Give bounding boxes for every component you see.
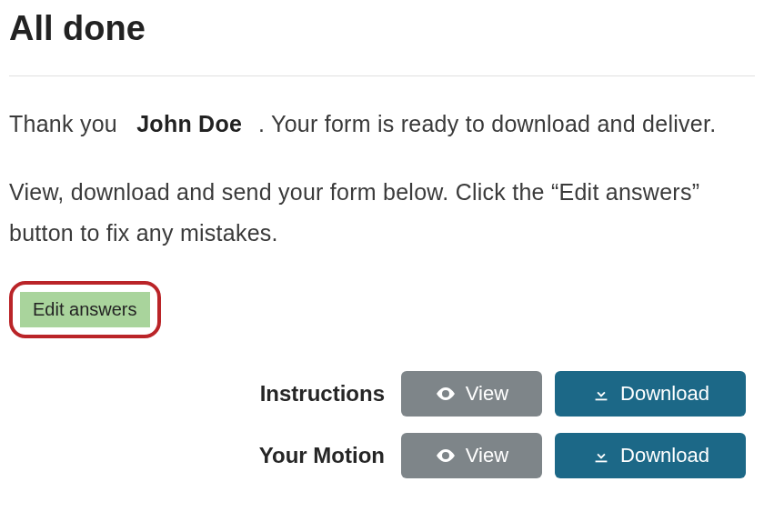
row-label-instructions: Instructions	[260, 381, 385, 407]
download-button-label: Download	[620, 382, 709, 406]
instructions-paragraph: View, download and send your form below.…	[9, 172, 755, 254]
view-button-instructions[interactable]: View	[401, 371, 542, 417]
eye-icon	[435, 445, 457, 467]
thank-you-suffix: . Your form is ready to download and del…	[258, 111, 716, 136]
eye-icon	[435, 383, 457, 405]
row-label-your-motion: Your Motion	[259, 443, 385, 468]
row-instructions: Instructions View Download	[9, 371, 746, 417]
thank-you-prefix: Thank you	[9, 111, 117, 136]
download-button-your-motion[interactable]: Download	[555, 433, 746, 478]
user-name: John Doe	[124, 111, 258, 136]
download-icon	[591, 384, 611, 404]
view-button-label: View	[466, 444, 508, 467]
download-icon	[591, 446, 611, 466]
document-rows: Instructions View Download Your Motion	[9, 371, 755, 478]
edit-answers-highlight: Edit answers	[9, 281, 161, 338]
row-your-motion: Your Motion View Download	[9, 433, 746, 478]
download-button-instructions[interactable]: Download	[555, 371, 746, 417]
thank-you-text: Thank you John Doe. Your form is ready t…	[9, 104, 755, 145]
view-button-your-motion[interactable]: View	[401, 433, 542, 478]
svg-point-0	[444, 392, 447, 396]
view-button-label: View	[466, 382, 508, 406]
page-title: All done	[9, 9, 755, 76]
download-button-label: Download	[620, 444, 709, 467]
svg-point-1	[444, 454, 447, 457]
edit-answers-button[interactable]: Edit answers	[20, 292, 150, 327]
